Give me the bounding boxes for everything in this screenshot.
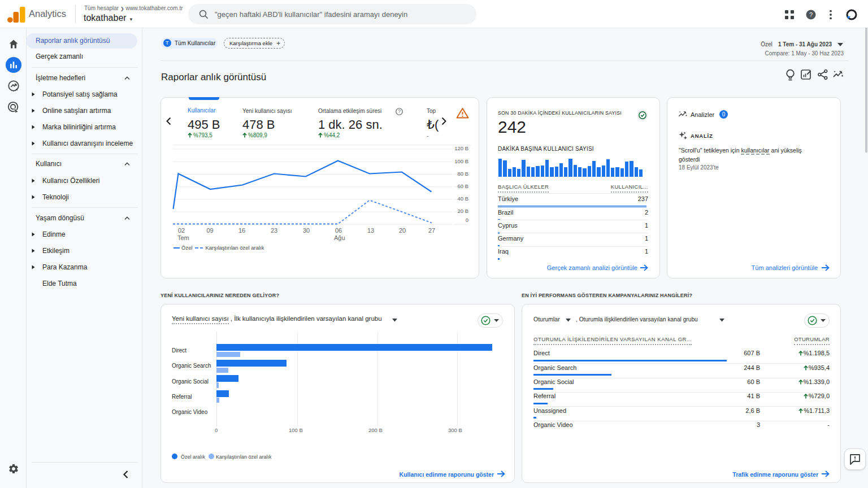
svg-text:?: ? xyxy=(809,11,813,18)
